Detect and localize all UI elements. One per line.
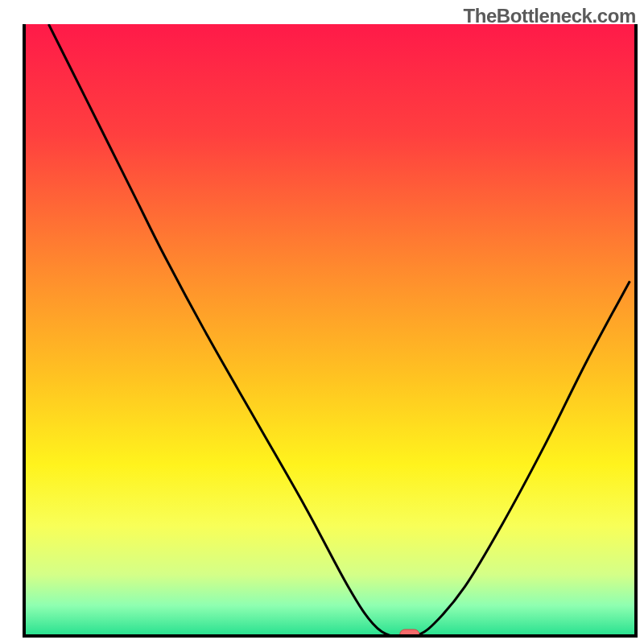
background-gradient [24, 24, 636, 636]
watermark-text: TheBottleneck.com [463, 5, 636, 27]
chart-svg [0, 0, 644, 644]
bottleneck-chart: TheBottleneck.com [0, 0, 644, 644]
